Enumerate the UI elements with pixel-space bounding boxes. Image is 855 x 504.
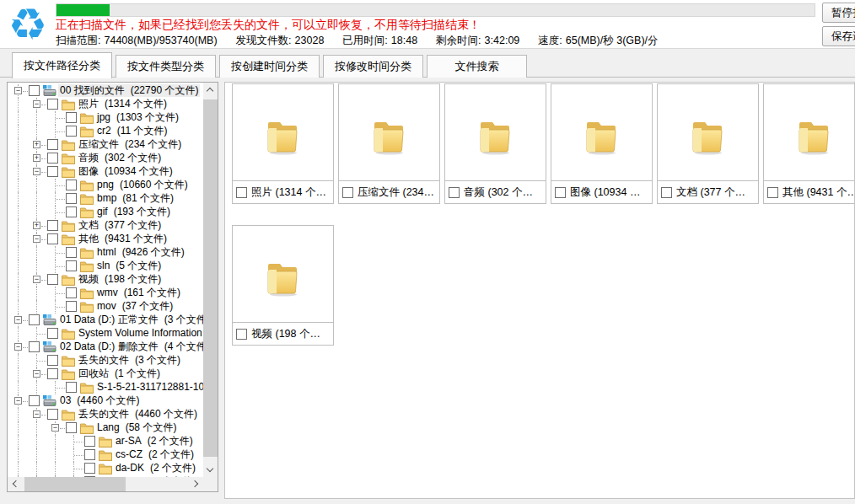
checkbox[interactable] (66, 112, 77, 123)
folder-tile[interactable]: 视频 (198 个文件) (232, 225, 334, 346)
scroll-down-button[interactable] (203, 463, 218, 477)
checkbox[interactable] (29, 314, 40, 325)
checkbox[interactable] (66, 287, 77, 298)
expand-expander-icon[interactable]: + (33, 141, 40, 148)
tree-item[interactable]: +音频(302 个文件) (8, 152, 203, 165)
collapse-expander-icon[interactable]: − (33, 235, 40, 243)
checkbox[interactable] (555, 187, 566, 198)
checkbox[interactable] (47, 153, 58, 164)
tree-item[interactable]: −视频(198 个文件) (8, 273, 203, 287)
collapse-expander-icon[interactable]: − (33, 410, 40, 418)
checkbox[interactable] (84, 449, 95, 460)
checkbox[interactable] (47, 99, 58, 110)
tree-item[interactable]: ar-SA(2 个文件) (8, 435, 203, 448)
checkbox[interactable] (236, 329, 247, 340)
tab-search[interactable]: 文件搜索 (427, 55, 527, 78)
tree-item[interactable]: −01 Data (D:) 正常文件(3 个文件) (8, 314, 203, 327)
tree-item[interactable]: sln(5 个文件) (8, 260, 203, 273)
save-progress-button[interactable]: 保存进度 (822, 26, 855, 46)
tree-item[interactable]: S-1-5-21-311712881-1062246 (8, 381, 203, 394)
checkbox[interactable] (47, 328, 58, 339)
checkbox[interactable] (47, 233, 58, 244)
checkbox[interactable] (29, 85, 40, 96)
collapse-expander-icon[interactable]: − (14, 343, 22, 351)
checkbox[interactable] (29, 395, 40, 406)
collapse-expander-icon[interactable]: − (14, 397, 22, 405)
checkbox[interactable] (84, 476, 95, 477)
tree-item[interactable]: −00 找到的文件(22790 个文件) (8, 84, 203, 98)
tab-by-type[interactable]: 按文件类型分类 (116, 55, 216, 78)
checkbox[interactable] (449, 187, 460, 198)
checkbox[interactable] (66, 247, 77, 258)
checkbox[interactable] (47, 166, 58, 177)
checkbox[interactable] (29, 341, 40, 352)
tree-item[interactable]: −其他(9431 个文件) (8, 233, 203, 246)
tree-item[interactable]: +压缩文件(234 个文件) (8, 138, 203, 152)
checkbox[interactable] (661, 187, 672, 198)
checkbox[interactable] (47, 274, 58, 285)
tree-item[interactable]: −丢失的文件(4460 个文件) (8, 408, 203, 421)
folder-tile[interactable]: 文档 (377 个文件) (657, 83, 759, 204)
tree-item[interactable]: +文档(377 个文件) (8, 219, 203, 233)
scroll-up-button[interactable] (203, 83, 218, 97)
checkbox[interactable] (342, 187, 353, 198)
pause-scan-button[interactable]: 暂停扫描 (822, 3, 855, 23)
folder-tile[interactable]: 音频 (302 个文件) (444, 83, 546, 204)
checkbox[interactable] (66, 260, 77, 271)
collapse-expander-icon[interactable]: − (33, 100, 40, 108)
collapse-expander-icon[interactable]: − (33, 370, 40, 378)
checkbox[interactable] (66, 382, 77, 393)
horizontal-scroll-thumb[interactable] (24, 477, 126, 491)
checkbox[interactable] (66, 193, 77, 204)
checkbox[interactable] (47, 220, 58, 231)
checkbox[interactable] (66, 180, 77, 190)
tab-by-created[interactable]: 按创建时间分类 (219, 55, 320, 78)
folder-tile[interactable]: 压缩文件 (234 个文件) (338, 83, 440, 204)
checkbox[interactable] (84, 463, 95, 474)
checkbox[interactable] (767, 187, 778, 198)
expand-expander-icon[interactable]: + (33, 222, 40, 229)
horizontal-scrollbar[interactable] (8, 477, 203, 491)
checkbox[interactable] (66, 206, 77, 217)
tab-by-modified[interactable]: 按修改时间分类 (323, 55, 423, 78)
tab-by-path[interactable]: 按文件路径分类 (12, 52, 112, 78)
folder-tile[interactable]: 其他 (9431 个文件) (763, 83, 855, 204)
checkbox[interactable] (47, 139, 58, 150)
checkbox[interactable] (47, 409, 58, 420)
tree-item[interactable]: System Volume Information(3 个文件) (8, 327, 203, 340)
scroll-left-button[interactable] (8, 477, 22, 491)
folder-tile[interactable]: 照片 (1314 个文件) (232, 83, 334, 204)
checkbox[interactable] (66, 301, 77, 312)
checkbox[interactable] (84, 436, 95, 447)
tree-item[interactable]: html(9426 个文件) (8, 246, 203, 260)
tree-item[interactable]: −02 Data (D:) 删除文件(4 个文件) (8, 340, 203, 354)
scroll-right-button[interactable] (189, 477, 203, 491)
tree-item[interactable]: −照片(1314 个文件) (8, 98, 203, 111)
vertical-scroll-thumb[interactable] (203, 99, 218, 457)
collapse-expander-icon[interactable]: − (33, 276, 40, 283)
tree-item[interactable]: mov(37 个文件) (8, 300, 203, 314)
tree-item[interactable]: cr2(11 个文件) (8, 125, 203, 138)
tree-item[interactable]: wmv(161 个文件) (8, 287, 203, 300)
tree-item[interactable]: −图像(10934 个文件) (8, 165, 203, 179)
checkbox[interactable] (47, 368, 58, 379)
vertical-scrollbar[interactable] (203, 83, 218, 477)
checkbox[interactable] (236, 187, 247, 198)
collapse-expander-icon[interactable]: − (51, 424, 59, 432)
checkbox[interactable] (66, 422, 77, 433)
tree-item[interactable]: png(10660 个文件) (8, 179, 203, 192)
tree-item[interactable]: −回收站(1 个文件) (8, 367, 203, 381)
checkbox[interactable] (47, 355, 58, 366)
checkbox[interactable] (66, 126, 77, 137)
tree-item[interactable]: da-DK(2 个文件) (8, 462, 203, 475)
collapse-expander-icon[interactable]: − (14, 316, 22, 324)
collapse-expander-icon[interactable]: − (14, 87, 22, 94)
tree-item[interactable]: −Lang(58 个文件) (8, 421, 203, 435)
expand-expander-icon[interactable]: + (33, 154, 40, 162)
tree-item[interactable]: jpg(1303 个文件) (8, 111, 203, 125)
tree-item[interactable]: cs-CZ(2 个文件) (8, 448, 203, 462)
tree-item[interactable]: bmp(81 个文件) (8, 192, 203, 206)
tree-item[interactable]: gif(193 个文件) (8, 206, 203, 219)
tree-item[interactable]: 丢失的文件(3 个文件) (8, 354, 203, 367)
collapse-expander-icon[interactable]: − (33, 168, 40, 175)
